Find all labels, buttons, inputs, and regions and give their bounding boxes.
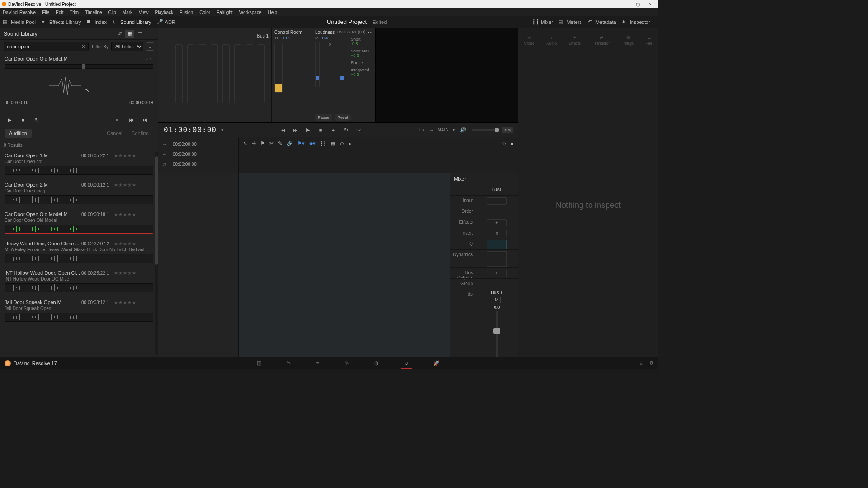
range-tool-icon[interactable]: ✛ <box>252 141 256 146</box>
toolstrip-adr[interactable]: 🎤ADR <box>157 19 175 25</box>
mixer-fader-strip[interactable]: Bus 1 M 0.0 <box>476 289 518 357</box>
marker-blue-icon[interactable]: ◆▾ <box>309 141 316 146</box>
result-item[interactable]: INT Hollow Wood Door, Open Cl... 00:00:2… <box>0 267 158 297</box>
mixer-input-slot[interactable] <box>476 195 518 206</box>
loudness-pause-button[interactable]: Pause <box>315 114 332 121</box>
transport-record-icon[interactable]: ● <box>328 126 338 135</box>
inspector-tab-audio[interactable]: ♪Audio <box>546 35 557 46</box>
home-icon[interactable]: ⌂ <box>640 360 643 366</box>
main-timecode[interactable]: 01:00:00:00 <box>164 126 217 134</box>
timeline-area[interactable] <box>239 173 450 357</box>
menu-trim[interactable]: Trim <box>70 10 79 15</box>
transport-next-icon[interactable]: ⏭ <box>290 126 300 135</box>
mixer-strip-name[interactable]: Bus1 <box>476 185 518 195</box>
result-waveform[interactable] <box>5 313 153 322</box>
menu-mark[interactable]: Mark <box>123 10 132 15</box>
preview-stop-icon[interactable]: ■ <box>18 115 28 124</box>
menu-app[interactable]: DaVinci Resolve <box>3 10 36 15</box>
toolstrip-inspector[interactable]: ✶Inspector <box>622 19 650 25</box>
page-color-icon[interactable]: ◑ <box>374 360 379 366</box>
page-cut-icon[interactable]: ✂ <box>287 360 291 366</box>
result-rating[interactable]: ★★★★★ <box>114 241 137 246</box>
cancel-button[interactable]: Cancel <box>102 129 127 138</box>
result-rating[interactable]: ★★★★★ <box>114 153 137 158</box>
toolstrip-media-pool[interactable]: ▦Media Pool <box>3 19 36 25</box>
inspector-tab-effects[interactable]: ✦Effects <box>569 35 581 46</box>
page-fairlight-icon[interactable]: ♫ <box>404 360 408 366</box>
list-view-icon[interactable]: ≣ <box>135 30 144 38</box>
transient-icon[interactable]: ◇ <box>340 141 344 146</box>
transport-play-icon[interactable]: ▶ <box>303 126 313 135</box>
viewer-expand-icon[interactable]: ⛶ <box>509 114 514 120</box>
toolstrip-index[interactable]: ≣Index <box>86 19 107 25</box>
snap-icon[interactable]: ┇┇ <box>320 141 326 146</box>
menu-clip[interactable]: Clip <box>108 10 116 15</box>
menu-workspace[interactable]: Workspace <box>239 10 262 15</box>
mixer-fader-track[interactable] <box>496 311 498 357</box>
preview-next-icon[interactable]: › <box>150 56 153 61</box>
mixer-mute-button[interactable]: M <box>493 297 501 303</box>
filter-field-select[interactable]: All Fields <box>111 42 143 51</box>
menu-edit[interactable]: Edit <box>56 10 63 15</box>
transport-stop-icon[interactable]: ■ <box>316 126 326 135</box>
toolstrip-metadata[interactable]: 🏷Metadata <box>587 19 616 25</box>
preview-step-back-icon[interactable]: ⏮ <box>126 115 136 124</box>
result-item[interactable]: Car Door Open 2.M 00:00:00:12 1 ★★★★★ Ca… <box>0 179 158 209</box>
flag-blue-icon[interactable]: ⚑▾ <box>297 141 305 146</box>
zoom-slider[interactable]: ● <box>510 141 514 146</box>
preview-range-bar[interactable] <box>5 107 153 113</box>
menu-fairlight[interactable]: Fairlight <box>217 10 233 15</box>
mixer-dynamics-slot[interactable] <box>476 249 518 267</box>
timeline-track-headers[interactable] <box>158 173 239 357</box>
menu-file[interactable]: File <box>42 10 49 15</box>
mixer-fader-knob[interactable] <box>493 328 500 334</box>
result-item[interactable]: Car Door Open Old Model.M 00:00:00:18 1 … <box>0 209 158 238</box>
grid-view-icon[interactable]: ▦ <box>125 30 134 38</box>
loudness-reset-button[interactable]: Reset <box>335 114 351 121</box>
menu-color[interactable]: Color <box>199 10 210 15</box>
inspector-tab-image[interactable]: ▧Image <box>623 35 634 46</box>
preview-loop-icon[interactable]: ↻ <box>32 115 42 124</box>
result-waveform[interactable] <box>5 283 153 292</box>
search-input[interactable] <box>4 42 89 51</box>
result-waveform[interactable] <box>5 166 153 175</box>
inspector-tab-video[interactable]: ▭Video <box>524 35 534 46</box>
filter-toggle-icon[interactable]: ≡ <box>146 42 154 51</box>
audition-button[interactable]: Audition <box>5 129 32 138</box>
window-close[interactable]: ✕ <box>644 2 656 7</box>
result-item[interactable]: Heavy Wood Door, Open Close ... 00:02:27… <box>0 238 158 267</box>
transport-prev-icon[interactable]: ⏮ <box>278 126 288 135</box>
inspector-tab-transition[interactable]: ⇄Transition <box>593 35 610 46</box>
marker-tool-icon[interactable]: ⚑ <box>260 141 265 146</box>
clear-search-icon[interactable]: ✕ <box>81 44 85 50</box>
preview-scrubber[interactable] <box>5 64 153 69</box>
results-list[interactable]: Car Door Open 1.M 00:00:05:22 1 ★★★★★ Ca… <box>0 150 158 357</box>
pointer-tool-icon[interactable]: ↖ <box>243 141 247 146</box>
result-waveform[interactable] <box>5 225 153 234</box>
result-waveform[interactable] <box>5 195 153 204</box>
page-edit-icon[interactable]: ┅ <box>316 360 319 366</box>
transport-loop-icon[interactable]: ↻ <box>341 126 351 135</box>
page-fusion-icon[interactable]: ⚛ <box>344 360 349 366</box>
razor-tool-icon[interactable]: ✂ <box>269 141 274 146</box>
ext-label[interactable]: Ext <box>419 127 425 132</box>
mixer-effects-add[interactable]: + <box>476 217 518 228</box>
result-waveform[interactable] <box>5 254 153 263</box>
mixer-eq-slot[interactable] <box>476 239 518 249</box>
inspector-tab-file[interactable]: ≣File <box>646 35 652 46</box>
settings-icon[interactable]: ⚙ <box>649 360 654 366</box>
menu-view[interactable]: View <box>139 10 149 15</box>
video-viewer[interactable]: ⛶ <box>375 28 518 122</box>
mixer-group-slot[interactable] <box>476 278 518 289</box>
toolstrip-mixer[interactable]: ┇┇Mixer <box>533 19 553 25</box>
result-rating[interactable]: ★★★★★ <box>114 271 137 276</box>
loudness-more-icon[interactable]: ⋯ <box>368 30 373 35</box>
page-media-icon[interactable]: ▥ <box>257 360 261 366</box>
result-item[interactable]: Jail Door Squeak Open.M 00:00:03:12 1 ★★… <box>0 297 158 326</box>
volume-slider[interactable] <box>472 129 499 131</box>
preview-to-start-icon[interactable]: ⇤ <box>113 115 123 124</box>
result-rating[interactable]: ★★★★★ <box>114 212 137 217</box>
mixer-order-slot[interactable] <box>476 206 518 217</box>
confirm-button[interactable]: Confirm <box>127 129 153 138</box>
results-scrollbar[interactable] <box>155 152 158 355</box>
